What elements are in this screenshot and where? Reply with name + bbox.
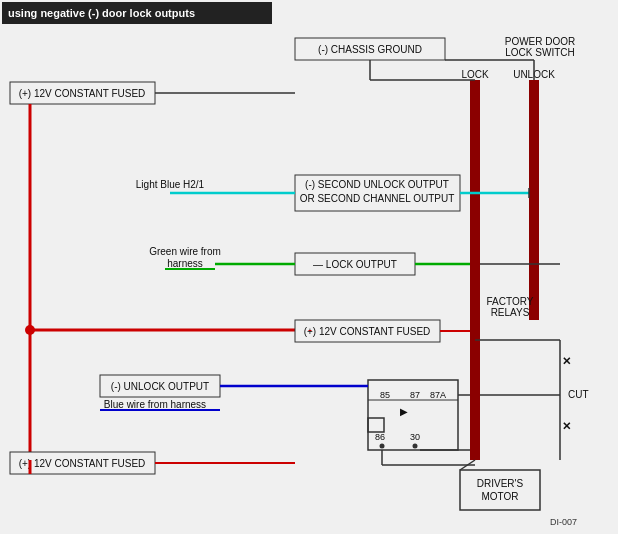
relay-30-label: 30	[410, 432, 420, 442]
factory-relays-label2: RELAYS	[491, 307, 530, 318]
pos12v-bot-label: (+) 12V CONSTANT FUSED	[19, 458, 146, 469]
blue-wire-label: Blue wire from harness	[104, 399, 206, 410]
title-text: using negative (-) door lock outputs	[8, 7, 195, 19]
svg-point-26	[380, 444, 385, 449]
green-wire-label: Green wire from	[149, 246, 221, 257]
neg-unlock-label: (-) UNLOCK OUTPUT	[111, 381, 209, 392]
lock-label: LOCK	[461, 69, 489, 80]
relay-arrow: ▶	[400, 406, 408, 417]
second-unlock-label: (-) SECOND UNLOCK OUTPUT	[305, 179, 449, 190]
chassis-ground-label: (-) CHASSIS GROUND	[318, 44, 422, 55]
relay-86-label: 86	[375, 432, 385, 442]
svg-rect-3	[529, 80, 539, 320]
second-channel-label: OR SECOND CHANNEL OUTPUT	[300, 193, 455, 204]
pos12v-top-label: (+) 12V CONSTANT FUSED	[19, 88, 146, 99]
power-door-lock-label: POWER DOOR	[505, 36, 576, 47]
lock-output-label: — LOCK OUTPUT	[313, 259, 397, 270]
cut-x2: ✕	[562, 420, 571, 432]
pos12v-mid-label: (+) 12V CONSTANT FUSED	[304, 326, 431, 337]
svg-point-27	[413, 444, 418, 449]
factory-relays-label: FACTORY	[487, 296, 534, 307]
cut-x1: ✕	[562, 355, 571, 367]
green-wire-label2: harness	[167, 258, 203, 269]
relay-87-label: 87	[410, 390, 420, 400]
svg-rect-37	[460, 470, 540, 510]
relay-85-label: 85	[380, 390, 390, 400]
svg-rect-2	[470, 80, 480, 460]
diagram-id: DI-007	[550, 517, 577, 527]
power-door-lock-label2: LOCK SWITCH	[505, 47, 574, 58]
relay-87a-label: 87A	[430, 390, 446, 400]
drivers-motor-label2: MOTOR	[481, 491, 518, 502]
wiring-diagram: using negative (-) door lock outputs (-)…	[0, 0, 618, 534]
light-blue-label: Light Blue H2/1	[136, 179, 205, 190]
drivers-motor-label: DRIVER'S	[477, 478, 524, 489]
cut-label: CUT	[568, 389, 589, 400]
